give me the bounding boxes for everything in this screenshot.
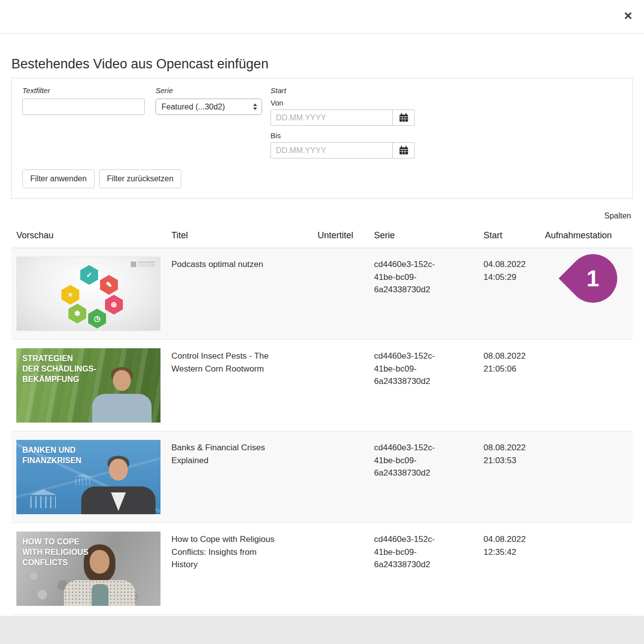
textfilter-label: Textfilter — [22, 86, 145, 95]
thumbnail-caption: BANKEN UND FINANZKRISEN — [16, 440, 161, 466]
thumbnail-caption: HOW TO COPE WITH RELIGIOUS CONFLICTS — [16, 532, 161, 568]
calendar-icon — [399, 113, 409, 122]
table-row[interactable]: BANKEN UND FINANZKRISEN Banks & Financia… — [11, 431, 633, 523]
table-row[interactable]: HOW TO COPE WITH RELIGIOUS CONFLICTS How… — [11, 523, 633, 615]
cell-aufnahmestation — [540, 431, 633, 523]
header-start: Start — [479, 225, 540, 248]
select-arrows-icon — [253, 104, 257, 110]
cell-aufnahmestation — [540, 340, 633, 431]
cell-aufnahmestation — [540, 523, 633, 614]
cell-untertitel — [313, 248, 369, 339]
cell-title: Control Insect Pests - The Western Corn … — [166, 340, 313, 431]
cell-start: 08.08.2022 21:03:53 — [479, 431, 540, 523]
date-to-input[interactable] — [270, 142, 393, 159]
video-table: Vorschau Titel Untertitel Serie Start Au… — [11, 225, 633, 615]
cell-title: How to Cope with Religious Conflicts: In… — [166, 523, 313, 614]
video-thumbnail: × ✓ ✎ ✱ ◷ ⊕ — [16, 257, 161, 331]
filter-panel: Textfilter Serie Featured (...30d2) Star… — [11, 78, 633, 199]
table-row[interactable]: STRATEGIEN DER SCHÄDLINGS- BEKÄMPFUNG Co… — [11, 340, 633, 431]
page-title: Bestehendes Video aus Opencast einfügen — [11, 56, 633, 72]
columns-toggle[interactable]: Spalten — [604, 212, 631, 220]
thumbnail-caption — [17, 257, 160, 263]
dialog-topbar: × — [0, 0, 644, 34]
start-label: Start — [270, 86, 415, 95]
cell-serie: cd4460e3-152c-41be-bc09-6a24338730d2 — [369, 523, 479, 614]
table-header: Vorschau Titel Untertitel Serie Start Au… — [11, 225, 633, 248]
close-icon[interactable]: × — [624, 9, 632, 23]
video-thumbnail: STRATEGIEN DER SCHÄDLINGS- BEKÄMPFUNG — [16, 348, 161, 423]
header-titel: Titel — [166, 225, 313, 248]
serie-select-value: Featured (...30d2) — [161, 103, 225, 111]
calendar-icon — [399, 146, 409, 155]
start-group: Start Von — [270, 86, 415, 159]
header-untertitel: Untertitel — [313, 225, 369, 248]
reset-filter-button[interactable]: Filter zurücksetzen — [99, 169, 181, 188]
von-label: Von — [270, 99, 415, 107]
bis-label: Bis — [270, 131, 415, 140]
textfilter-group: Textfilter — [22, 86, 145, 115]
cell-title: Banks & Financial Crises Explained — [166, 431, 313, 523]
calendar-from-button[interactable] — [392, 109, 415, 126]
bank-building-icon — [29, 489, 57, 508]
cell-start: 04.08.2022 14:05:29 — [479, 248, 540, 339]
cell-untertitel — [313, 431, 369, 523]
thumbnail-caption: STRATEGIEN DER SCHÄDLINGS- BEKÄMPFUNG — [16, 348, 161, 384]
serie-select[interactable]: Featured (...30d2) — [156, 99, 262, 115]
date-from-input[interactable] — [270, 109, 393, 126]
header-aufnahmestation: Aufnahmestation — [540, 225, 633, 248]
annotation-number: 1 — [587, 265, 599, 292]
header-serie: Serie — [369, 225, 479, 248]
cell-title: Podcasts optimal nutzen — [166, 248, 313, 339]
textfilter-input[interactable] — [22, 99, 145, 115]
cell-serie: cd4460e3-152c-41be-bc09-6a24338730d2 — [369, 248, 479, 339]
cell-untertitel — [313, 523, 369, 614]
cell-serie: cd4460e3-152c-41be-bc09-6a24338730d2 — [369, 431, 479, 523]
video-thumbnail: HOW TO COPE WITH RELIGIOUS CONFLICTS — [16, 532, 161, 606]
header-vorschau: Vorschau — [11, 225, 166, 248]
serie-label: Serie — [156, 86, 262, 95]
calendar-to-button[interactable] — [392, 142, 415, 159]
cell-untertitel — [313, 340, 369, 431]
video-thumbnail: BANKEN UND FINANZKRISEN — [16, 440, 161, 514]
opencast-dialog: × Bestehendes Video aus Opencast einfüge… — [0, 0, 644, 616]
cell-serie: cd4460e3-152c-41be-bc09-6a24338730d2 — [369, 340, 479, 431]
apply-filter-button[interactable]: Filter anwenden — [22, 169, 95, 188]
cell-start: 04.08.2022 12:35:42 — [479, 523, 540, 614]
serie-group: Serie Featured (...30d2) — [156, 86, 262, 115]
table-row[interactable]: × ✓ ✎ ✱ ◷ ⊕ Podcasts optimal nutzen cd44… — [11, 248, 633, 340]
cell-start: 08.08.2022 21:05:06 — [479, 340, 540, 431]
